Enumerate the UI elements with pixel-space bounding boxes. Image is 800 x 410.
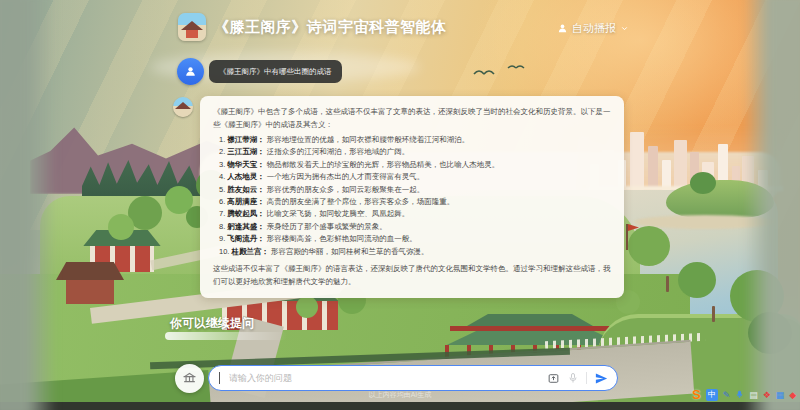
birds bbox=[470, 62, 530, 88]
idiom-name: 物华天宝： bbox=[227, 160, 265, 169]
broadcast-label: 自动播报 bbox=[572, 21, 616, 36]
idiom-desc: 物品都散发着天上的珍宝般的光辉，形容物品精美，也比喻人杰地灵。 bbox=[267, 160, 500, 169]
app-window: 《滕王阁序》诗词宇宙科普智能体 自动播报 《滕王阁序》中有哪些出圈的成语 《滕王… bbox=[0, 0, 800, 410]
idiom-number: 8. bbox=[219, 222, 225, 231]
mic-button[interactable] bbox=[567, 372, 579, 384]
ime-toolbox-icon[interactable]: ▦ bbox=[776, 389, 785, 401]
edge-vignette-left bbox=[0, 0, 56, 410]
upload-file-button[interactable] bbox=[547, 372, 560, 385]
idiom-item: 8.躬逢其盛：亲身经历了那个盛事或繁荣的景象。 bbox=[219, 221, 611, 233]
idiom-item: 7.腾蛟起凤：比喻文采飞扬，如同蛟龙腾空、凤凰起舞。 bbox=[219, 208, 611, 220]
idiom-number: 7. bbox=[219, 209, 225, 218]
skyscraper bbox=[674, 140, 687, 190]
tree bbox=[108, 214, 134, 240]
tree bbox=[628, 226, 670, 266]
long-pavilion-beam bbox=[450, 326, 610, 331]
sogou-logo[interactable]: S bbox=[692, 388, 701, 401]
idiom-item: 1.襟江带湖：形容地理位置的优越，如同衣襟和腰带般环绕着江河和湖泊。 bbox=[219, 134, 611, 146]
ai-disclaimer: 以上内容均由AI生成 bbox=[369, 390, 432, 400]
idiom-desc: 形容优秀的朋友众多，如同云彩般聚集在一起。 bbox=[267, 185, 425, 194]
assistant-conclusion: 这些成语不仅丰富了《滕王阁序》的语言表达，还深刻反映了唐代的文化氛围和文学特色。… bbox=[213, 262, 611, 288]
tree bbox=[690, 172, 716, 194]
idiom-desc: 形容宫殿的华丽，如同桂树和兰草的香气弥漫。 bbox=[271, 247, 429, 256]
tree bbox=[296, 296, 318, 318]
page-title: 《滕王阁序》诗词宇宙科普智能体 bbox=[214, 18, 447, 37]
idiom-number: 10. bbox=[219, 247, 229, 256]
idiom-item: 4.人杰地灵：一个地方因为拥有杰出的人才而变得富有灵气。 bbox=[219, 171, 611, 183]
skyscraper bbox=[630, 132, 644, 190]
ime-more-icon[interactable]: ◆ bbox=[789, 389, 796, 401]
idiom-name: 腾蛟起凤： bbox=[227, 209, 265, 218]
idiom-name: 襟江带湖： bbox=[227, 135, 265, 144]
idiom-number: 3. bbox=[219, 160, 225, 169]
ime-mic-button[interactable] bbox=[735, 389, 744, 400]
edge-vignette-right bbox=[744, 0, 800, 410]
idiom-number: 6. bbox=[219, 197, 225, 206]
ime-toolbar: S 中 ✎ ▤ ❖ ▦ ◆ bbox=[692, 387, 796, 402]
idiom-desc: 一个地方因为拥有杰出的人才而变得富有灵气。 bbox=[267, 172, 425, 181]
idiom-number: 1. bbox=[219, 135, 225, 144]
auto-broadcast-toggle[interactable]: 自动播报 bbox=[557, 21, 629, 36]
mic-icon bbox=[567, 372, 579, 384]
tree-trunk bbox=[666, 276, 669, 292]
shoreline-shadow bbox=[0, 402, 800, 410]
home-button[interactable] bbox=[175, 364, 204, 393]
idiom-item: 3.物华天宝：物品都散发着天上的珍宝般的光辉，形容物品精美，也比喻人杰地灵。 bbox=[219, 159, 611, 171]
send-button[interactable] bbox=[594, 371, 609, 386]
question-input[interactable] bbox=[227, 372, 540, 384]
idiom-item: 10.桂殿兰宫：形容宫殿的华丽，如同桂树和兰草的香气弥漫。 bbox=[219, 246, 611, 258]
person-icon bbox=[184, 65, 197, 78]
idiom-name: 人杰地灵： bbox=[227, 172, 265, 181]
ime-mode-chinese[interactable]: 中 bbox=[706, 389, 718, 401]
idiom-item: 2.三江五湖：泛指众多的江河和湖泊，形容地域的广阔。 bbox=[219, 146, 611, 158]
idiom-desc: 形容地理位置的优越，如同衣襟和腰带般环绕着江河和湖泊。 bbox=[267, 135, 470, 144]
assistant-intro: 《滕王阁序》中包含了多个成语，这些成语不仅丰富了文章的表达，还深刻反映了当时的社… bbox=[213, 105, 611, 131]
broadcast-icon bbox=[557, 23, 568, 34]
idiom-number: 5. bbox=[219, 185, 225, 194]
idiom-number: 4. bbox=[219, 172, 225, 181]
idiom-item: 9.飞阁流丹：形容楼阁高耸，色彩鲜艳如同流动的血一般。 bbox=[219, 233, 611, 245]
skyscraper bbox=[648, 146, 658, 190]
pavilion-icon bbox=[182, 371, 197, 386]
suggestion-chip[interactable] bbox=[165, 332, 287, 340]
idiom-number: 9. bbox=[219, 234, 225, 243]
ime-keyboard-icon[interactable]: ▤ bbox=[749, 389, 758, 401]
user-message: 《滕王阁序》中有哪些出圈的成语 bbox=[209, 60, 342, 83]
assistant-message: 《滕王阁序》中包含了多个成语，这些成语不仅丰富了文章的表达，还深刻反映了当时的社… bbox=[200, 96, 624, 298]
chevron-down-icon bbox=[620, 24, 629, 33]
tree bbox=[678, 262, 716, 298]
idiom-name: 躬逢其盛： bbox=[227, 222, 265, 231]
tree-trunk bbox=[712, 306, 715, 322]
user-avatar bbox=[177, 58, 204, 85]
idiom-name: 飞阁流丹： bbox=[227, 234, 265, 243]
idiom-desc: 泛指众多的江河和湖泊，形容地域的广阔。 bbox=[267, 147, 410, 156]
text-cursor bbox=[219, 372, 220, 384]
idiom-desc: 高贵的朋友坐满了整个席位，形容宾客众多，场面隆重。 bbox=[267, 197, 455, 206]
continue-hint: 你可以继续提问 bbox=[170, 315, 254, 332]
idiom-name: 高朋满座： bbox=[227, 197, 265, 206]
app-avatar bbox=[178, 13, 206, 41]
assistant-avatar bbox=[173, 97, 193, 117]
idiom-item: 6.高朋满座：高贵的朋友坐满了整个席位，形容宾客众多，场面隆重。 bbox=[219, 196, 611, 208]
idiom-name: 桂殿兰宫： bbox=[231, 247, 269, 256]
ime-punctuation-icon[interactable]: ✎ bbox=[723, 389, 731, 401]
send-icon bbox=[594, 371, 609, 386]
house-body bbox=[66, 280, 114, 304]
ime-skin-icon[interactable]: ❖ bbox=[763, 389, 771, 401]
idiom-desc: 比喻文采飞扬，如同蛟龙腾空、凤凰起舞。 bbox=[267, 209, 410, 218]
idiom-desc: 亲身经历了那个盛事或繁荣的景象。 bbox=[267, 222, 387, 231]
upload-file-icon bbox=[547, 372, 560, 385]
idiom-name: 胜友如云： bbox=[227, 185, 265, 194]
idiom-item: 5.胜友如云：形容优秀的朋友众多，如同云彩般聚集在一起。 bbox=[219, 184, 611, 196]
idiom-list: 1.襟江带湖：形容地理位置的优越，如同衣襟和腰带般环绕着江河和湖泊。 2.三江五… bbox=[213, 134, 611, 258]
idiom-name: 三江五湖： bbox=[227, 147, 265, 156]
input-divider bbox=[586, 372, 587, 384]
ime-mic-icon bbox=[735, 389, 744, 400]
idiom-number: 2. bbox=[219, 147, 225, 156]
idiom-desc: 形容楼阁高耸，色彩鲜艳如同流动的血一般。 bbox=[267, 234, 417, 243]
house-roof bbox=[56, 262, 124, 280]
question-input-container[interactable] bbox=[208, 365, 618, 391]
